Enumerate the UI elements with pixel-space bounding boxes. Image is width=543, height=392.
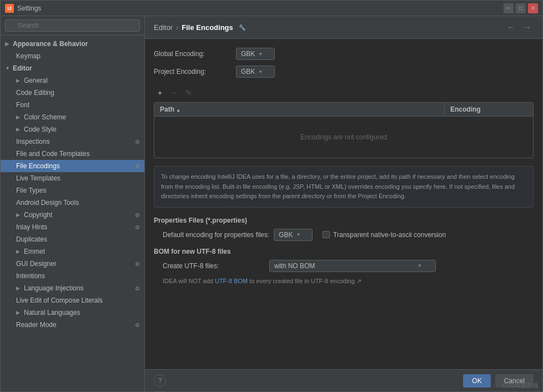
- sidebar-item-file-encodings[interactable]: File Encodings ⚙: [1, 160, 144, 172]
- ok-button[interactable]: OK: [463, 374, 490, 388]
- encodings-table: Path Encoding Encodings are not configur…: [154, 102, 534, 158]
- chevron-icon-cs: ▶: [16, 114, 22, 120]
- sidebar-item-code-editing[interactable]: Code Editing: [1, 87, 144, 99]
- bom-note-suffix: to every created file in UTF-8 encoding …: [248, 278, 361, 284]
- sidebar-item-inspections[interactable]: Inspections ⚙: [1, 135, 144, 148]
- create-utf8-value: with NO BOM: [274, 262, 315, 270]
- nav-forward-button[interactable]: →: [521, 22, 534, 33]
- sidebar-item-keymap[interactable]: Keymap: [1, 50, 144, 62]
- panel-header: Editor › File Encodings 🔧 ← →: [145, 16, 542, 39]
- settings-window: IJ Settings ─ □ ✕ 🔍 ▶ Appearance & Behav…: [0, 0, 543, 392]
- encoding-column-header: Encoding: [444, 103, 533, 116]
- watermark: CSDN@左魂: [503, 381, 539, 390]
- sidebar-item-appearance-behavior[interactable]: ▶ Appearance & Behavior: [1, 38, 144, 50]
- create-utf8-dropdown[interactable]: with NO BOM ▼: [269, 260, 436, 272]
- minimize-button[interactable]: ─: [504, 3, 514, 13]
- table-header: Path Encoding: [154, 103, 533, 117]
- edit-encoding-button[interactable]: ✎: [183, 87, 195, 99]
- main-content: 🔍 ▶ Appearance & Behavior Keymap ▼ Edito…: [1, 16, 542, 391]
- sidebar-item-natural-langs[interactable]: ▶ Natural Languages: [1, 306, 144, 319]
- settings-icon-lang: ⚙: [135, 285, 140, 292]
- sidebar-item-gui-designer[interactable]: GUI Designer ⚙: [1, 258, 144, 270]
- search-input[interactable]: [5, 19, 140, 32]
- sidebar-item-android-design[interactable]: Android Design Tools: [1, 197, 144, 209]
- sidebar-item-duplicates[interactable]: Duplicates: [1, 233, 144, 245]
- project-encoding-row: Project Encoding: GBK ▼: [154, 66, 534, 78]
- chevron-icon-code: ▶: [16, 127, 22, 132]
- sidebar: 🔍 ▶ Appearance & Behavior Keymap ▼ Edito…: [1, 16, 145, 391]
- settings-icon-inspections: ⚙: [135, 139, 140, 145]
- sidebar-item-general[interactable]: ▶ General: [1, 74, 144, 87]
- app-icon: IJ: [5, 4, 14, 13]
- create-utf8-row: Create UTF-8 files: with NO BOM ▼: [154, 260, 534, 272]
- encoding-toolbar: + − ✎: [154, 83, 534, 102]
- header-nav: ← →: [505, 22, 534, 33]
- sidebar-item-intentions[interactable]: Intentions: [1, 270, 144, 282]
- global-encoding-dropdown[interactable]: GBK ▼: [236, 48, 275, 60]
- sidebar-item-copyright[interactable]: ▶ Copyright ⚙: [1, 209, 144, 221]
- pin-icon[interactable]: 🔧: [239, 24, 245, 31]
- global-encoding-row: Global Encoding: GBK ▼: [154, 48, 534, 60]
- default-encoding-dropdown[interactable]: GBK ▼: [274, 229, 313, 241]
- global-encoding-label: Global Encoding:: [154, 50, 232, 58]
- sidebar-item-font[interactable]: Font: [1, 99, 144, 111]
- chevron-icon-lang: ▶: [16, 285, 22, 291]
- global-encoding-value: GBK: [241, 50, 255, 58]
- sidebar-item-inlay-hints[interactable]: Inlay Hints ⚙: [1, 221, 144, 233]
- breadcrumb-sep: ›: [176, 23, 178, 32]
- sidebar-item-color-scheme[interactable]: ▶ Color Scheme: [1, 111, 144, 123]
- main-panel: Editor › File Encodings 🔧 ← → Global Enc…: [145, 16, 542, 391]
- breadcrumb-parent: Editor: [154, 23, 173, 32]
- window-controls: ─ □ ✕: [504, 3, 538, 13]
- sidebar-item-reader-mode[interactable]: Reader Mode ⚙: [1, 319, 144, 331]
- title-bar: IJ Settings ─ □ ✕: [1, 1, 542, 16]
- sidebar-item-language-injections[interactable]: ▶ Language Injections ⚙: [1, 282, 144, 294]
- dropdown-arrow-utf8: ▼: [418, 263, 422, 268]
- bom-note: IDEA will NOT add UTF-8 BOM to every cre…: [154, 278, 534, 285]
- transparent-label: Transparent native-to-ascii conversion: [333, 231, 446, 239]
- sidebar-item-editor[interactable]: ▼ Editor: [1, 62, 144, 74]
- settings-icon-copy: ⚙: [135, 212, 140, 218]
- settings-icon-file-enc: ⚙: [135, 163, 140, 169]
- transparent-checkbox[interactable]: [323, 231, 330, 238]
- chevron-down-icon: ▼: [5, 66, 11, 71]
- sidebar-tree: ▶ Appearance & Behavior Keymap ▼ Editor …: [1, 36, 144, 391]
- sidebar-item-file-types[interactable]: File Types: [1, 184, 144, 197]
- create-utf8-label: Create UTF-8 files:: [154, 262, 265, 270]
- search-box: 🔍: [1, 16, 144, 36]
- bom-link[interactable]: UTF-8 BOM: [215, 278, 248, 284]
- sidebar-item-code-style[interactable]: ▶ Code Style: [1, 123, 144, 135]
- remove-encoding-button[interactable]: −: [168, 87, 180, 99]
- sidebar-item-live-templates[interactable]: Live Templates: [1, 172, 144, 184]
- nav-back-button[interactable]: ←: [505, 22, 517, 33]
- breadcrumb-current: File Encodings: [182, 23, 233, 32]
- dropdown-arrow-global: ▼: [258, 52, 263, 57]
- properties-section-title: Properties Files (*.properties): [154, 217, 534, 224]
- default-encoding-value: GBK: [279, 231, 293, 239]
- help-button[interactable]: ?: [154, 375, 166, 387]
- info-text: To change encoding IntelliJ IDEA uses fo…: [161, 173, 515, 199]
- maximize-button[interactable]: □: [516, 3, 526, 13]
- sidebar-item-live-edit[interactable]: Live Edit of Compose Literals: [1, 294, 144, 306]
- default-encoding-row: Default encoding for properties files: G…: [154, 229, 534, 241]
- bottom-bar: ? OK Cancel: [145, 369, 542, 391]
- close-button[interactable]: ✕: [528, 3, 538, 13]
- settings-icon-inlay: ⚙: [135, 224, 140, 230]
- chevron-icon-emmet: ▶: [16, 249, 22, 254]
- sidebar-item-emmet[interactable]: ▶ Emmet: [1, 245, 144, 258]
- add-encoding-button[interactable]: +: [154, 87, 166, 99]
- bom-section-title: BOM for new UTF-8 files: [154, 248, 534, 255]
- project-encoding-label: Project Encoding:: [154, 68, 232, 76]
- info-text-box: To change encoding IntelliJ IDEA uses fo…: [154, 166, 534, 208]
- settings-icon-gui: ⚙: [135, 261, 140, 267]
- settings-icon-reader: ⚙: [135, 322, 140, 328]
- chevron-icon: ▶: [5, 41, 11, 47]
- project-encoding-dropdown[interactable]: GBK ▼: [236, 66, 275, 78]
- dropdown-arrow-default: ▼: [296, 232, 300, 237]
- default-encoding-label: Default encoding for properties files:: [154, 231, 269, 239]
- sidebar-item-file-code-templates[interactable]: File and Code Templates: [1, 148, 144, 160]
- table-empty-message: Encodings are not configured: [154, 117, 533, 158]
- project-encoding-value: GBK: [241, 68, 255, 76]
- chevron-icon-copy: ▶: [16, 212, 22, 218]
- path-column-header[interactable]: Path: [154, 103, 444, 116]
